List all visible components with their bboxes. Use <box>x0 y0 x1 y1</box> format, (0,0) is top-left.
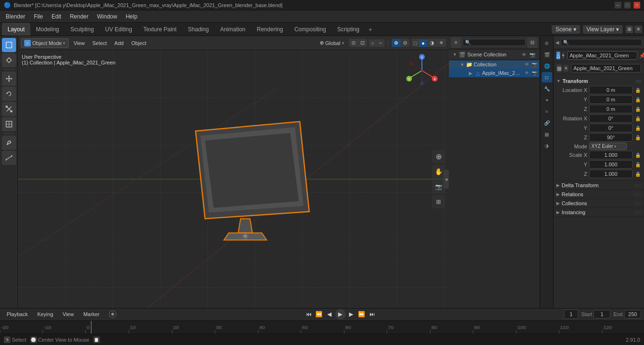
annotate-tool[interactable] <box>2 136 16 150</box>
zoom-in-btn[interactable]: ⊕ <box>432 150 445 163</box>
tab-shading[interactable]: Shading <box>182 23 215 36</box>
fullscreen-button[interactable]: ⊞ <box>626 26 633 33</box>
timeline-ruler[interactable]: -20 -10 0 10 20 30 40 50 60 70 <box>0 321 644 334</box>
collection-expand[interactable]: ▼ <box>459 62 465 67</box>
current-frame-display[interactable]: 1 <box>564 309 578 319</box>
active-tool-workspace-btn[interactable]: ⚙ <box>542 38 552 48</box>
menu-help[interactable]: Help <box>122 12 141 21</box>
location-x-field[interactable]: 0 m <box>589 86 633 94</box>
scale-y-field[interactable]: 1.000 <box>589 160 633 169</box>
jump-to-start-btn[interactable]: ⏮ <box>304 309 313 319</box>
menu-window[interactable]: Window <box>93 12 121 21</box>
grid-view-btn[interactable]: ⊞ <box>432 195 445 209</box>
object-properties-btn[interactable]: □ <box>542 72 552 82</box>
proportional-btn[interactable]: ○ <box>369 39 377 47</box>
props-search[interactable]: 🔍 <box>561 39 642 46</box>
location-z-lock[interactable]: 🔒 <box>635 106 641 112</box>
scale-tool[interactable] <box>2 102 16 116</box>
tab-compositing[interactable]: Compositing <box>289 23 332 36</box>
collection-render-btn[interactable]: 📷 <box>531 61 537 68</box>
location-z-field[interactable]: 0 m <box>589 105 633 113</box>
rotation-z-lock[interactable]: 🔒 <box>635 134 641 141</box>
modifier-btn[interactable]: 🔧 <box>542 83 552 94</box>
cursor-tool[interactable] <box>2 53 16 67</box>
view-menu[interactable]: View <box>59 311 78 318</box>
playback-menu[interactable]: Playback <box>3 311 32 318</box>
scene-selector[interactable]: Scene ▾ <box>552 25 580 34</box>
jump-to-end-btn[interactable]: ⏭ <box>367 309 377 319</box>
snap-btn[interactable]: ⊡ <box>358 39 367 47</box>
jump-back-btn[interactable]: ⏪ <box>314 309 324 319</box>
material-preview-btn[interactable]: ◑ <box>427 39 437 47</box>
scale-x-field[interactable]: 1.000 <box>589 151 633 159</box>
scale-x-lock[interactable]: 🔒 <box>635 152 641 158</box>
world-btn[interactable]: 🌐 <box>542 61 552 71</box>
viewport-canvas[interactable]: User Perspective (1) Collection | Apple_… <box>18 50 449 308</box>
collections-row[interactable]: ▶ Collections :::::: <box>554 199 644 208</box>
viewport-overlays-btn[interactable]: ⊘ <box>401 39 410 47</box>
tab-rendering[interactable]: Rendering <box>251 23 288 36</box>
prev-frame-btn[interactable]: ◀ <box>325 309 334 319</box>
menu-render[interactable]: Render <box>66 12 92 21</box>
mesh-name-field[interactable] <box>571 64 641 73</box>
data-btn[interactable]: ▦ <box>542 129 552 139</box>
tab-sculpting[interactable]: Sculpting <box>65 23 99 36</box>
rotation-mode-selector[interactable]: XYZ Euler ▾ <box>589 143 627 150</box>
move-tool[interactable] <box>2 72 16 86</box>
scene-btn[interactable]: 🎬 <box>542 49 552 60</box>
object-mode-selector[interactable]: ○ Object Mode ▾ <box>21 38 69 48</box>
rotate-tool[interactable] <box>2 87 16 101</box>
menu-file[interactable]: File <box>30 12 46 21</box>
solid-btn[interactable]: ● <box>419 39 427 47</box>
object-pin-btn[interactable]: 📌 <box>639 52 644 59</box>
global-transform-selector[interactable]: ⊕ Global ▾ <box>317 39 347 47</box>
object-row[interactable]: ▶ △ Apple_iMac_2021_G 👁 📷 <box>449 69 539 77</box>
proportional-falloff-btn[interactable]: ~ <box>376 39 384 47</box>
object-expand[interactable]: ▶ <box>468 70 474 76</box>
rotation-y-lock[interactable]: 🔒 <box>635 125 641 131</box>
wireframe-btn[interactable]: □ <box>411 39 420 47</box>
constraints-btn[interactable]: 🔗 <box>542 118 552 128</box>
rotation-x-field[interactable]: 0° <box>589 114 633 123</box>
tab-texture-paint[interactable]: Texture Paint <box>138 23 182 36</box>
menu-blender[interactable]: Blender <box>2 12 29 21</box>
instancing-row[interactable]: ▶ Instancing :::::: <box>554 208 644 217</box>
view-menu[interactable]: View <box>71 39 88 47</box>
rotation-y-field[interactable]: 0° <box>589 124 633 132</box>
start-frame-field[interactable]: 1 <box>593 310 610 318</box>
delta-transform-row[interactable]: ▶ Delta Transform :::::: <box>554 181 644 190</box>
location-x-lock[interactable]: 🔒 <box>635 87 641 93</box>
end-frame-field[interactable]: 250 <box>624 310 641 318</box>
object-menu[interactable]: Object <box>128 39 149 47</box>
play-btn[interactable]: ▶ <box>335 309 346 319</box>
collapse-panel-btn[interactable]: ◀ <box>443 170 449 189</box>
restrict-eye-btn[interactable]: 👁 <box>521 51 528 58</box>
scale-y-lock[interactable]: 🔒 <box>635 161 641 168</box>
relations-row[interactable]: ▶ Relations :::::: <box>554 190 644 199</box>
maximize-button[interactable]: □ <box>624 2 631 9</box>
particles-btn[interactable]: ✦ <box>542 95 552 105</box>
minimize-button[interactable]: ─ <box>615 2 621 9</box>
tab-scripting[interactable]: Scripting <box>331 23 365 36</box>
transform-section-header[interactable]: ▼ Transform :::::: <box>556 77 641 85</box>
select-box-tool[interactable] <box>2 38 16 52</box>
tab-animation[interactable]: Animation <box>215 23 251 36</box>
menu-edit[interactable]: Edit <box>48 12 65 21</box>
outliner-search[interactable]: 🔍 <box>463 39 526 46</box>
collection-eye-btn[interactable]: 👁 <box>523 61 530 68</box>
add-workspace-button[interactable]: + <box>365 24 376 35</box>
outliner-filter-btn[interactable]: ⊟ <box>527 37 537 48</box>
location-y-field[interactable]: 0 m <box>589 95 633 104</box>
collection-row[interactable]: ▼ 📁 Collection 👁 📷 <box>449 60 539 69</box>
viewport-navigation-gizmo[interactable]: Z X Y <box>405 54 443 92</box>
physics-btn[interactable]: ⚛ <box>542 106 552 117</box>
marker-menu[interactable]: Marker <box>80 311 103 318</box>
rendered-btn[interactable]: ☀ <box>437 39 446 47</box>
props-back-btn[interactable]: ◀ <box>555 40 559 45</box>
object-eye-btn[interactable]: 👁 <box>523 70 530 76</box>
scale-z-lock[interactable]: 🔒 <box>635 171 641 177</box>
rotation-z-field[interactable]: 90° <box>589 133 633 142</box>
measure-tool[interactable] <box>2 151 16 165</box>
scale-z-field[interactable]: 1.000 <box>589 170 633 178</box>
next-frame-btn[interactable]: ▶ <box>347 309 356 319</box>
